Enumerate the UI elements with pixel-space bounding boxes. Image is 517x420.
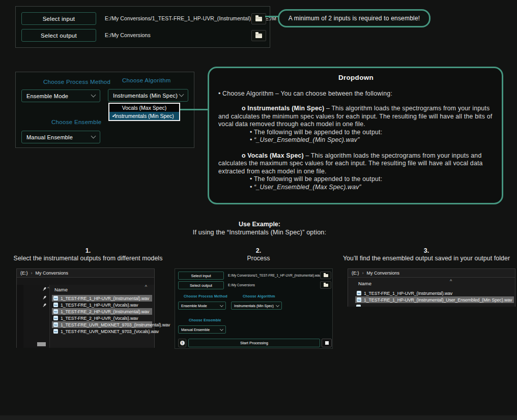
- info-button[interactable]: !: [178, 339, 186, 347]
- algorithm-dropdown[interactable]: Instrumentals (Min Spec): [231, 302, 282, 310]
- chevron-down-icon: [220, 303, 223, 307]
- select-input-button[interactable]: Select input: [178, 272, 224, 280]
- explorer-body: Name ^ 1_TEST-FRE_1_HP-UVR_(Instrumental…: [348, 278, 515, 307]
- pin-icon[interactable]: [41, 302, 47, 308]
- name-column-header[interactable]: Name: [358, 281, 371, 286]
- explorer-body: ^ Name ^ 1_TEST-FRE_1_HP-UVR_(Instrument…: [17, 285, 154, 348]
- audio-file-icon: [53, 309, 58, 314]
- chevron-down-icon: [91, 134, 96, 139]
- output-note: • The following will be appended to the …: [250, 175, 494, 184]
- breadcrumb-drive[interactable]: (E:): [352, 271, 359, 276]
- use-example-title: Use Example:: [142, 221, 377, 228]
- dropdown-option[interactable]: Vocals (Max Spec): [109, 104, 179, 112]
- tutorial-page: Select input E:/My Conversions/1_TEST-FR…: [0, 0, 517, 420]
- breadcrumb-separator-icon: ›: [362, 271, 364, 276]
- browse-output-button[interactable]: [320, 281, 331, 289]
- file-row[interactable]: 1_TEST-FRE_UVR_MDXNET_9703_(Vocals).wav: [52, 328, 152, 335]
- output-path-text: E:/My Conversions: [228, 283, 255, 287]
- step-caption: Process: [193, 255, 324, 262]
- algorithm-dropdown[interactable]: Instrumentals (Min Spec): [108, 89, 188, 102]
- sidebar-caret: ^: [47, 286, 49, 290]
- file-row[interactable]: 1_TEST-FRE_1_HP-UVR_(Vocals).wav: [52, 302, 152, 308]
- step-caption: Select the instrumental outputs from dif…: [0, 255, 176, 262]
- sort-caret-icon[interactable]: ^: [145, 284, 147, 289]
- infobox-intro: • Choose Algorithm – You can choose betw…: [218, 90, 494, 97]
- file-rows: 1_TEST-FRE_1_HP-UVR_(Instrumental).wav 1…: [348, 290, 515, 303]
- ensemble-label: Choose Ensemble: [189, 318, 221, 322]
- step-number: 2.: [193, 247, 324, 254]
- callout-text: A minimum of 2 inputs is required to ens…: [289, 15, 420, 22]
- input-path-text: E:/My Conversions/1_TEST-FRE_1_HP-UVR_(I…: [228, 274, 329, 277]
- breadcrumb-drive[interactable]: (E:): [20, 271, 28, 276]
- input-path-text: E:/My Conversions/1_TEST-FRE_1_HP-UVR_(I…: [105, 15, 276, 21]
- chevron-down-icon: [276, 303, 279, 307]
- algorithm-label: Choose Algorithm: [243, 294, 275, 298]
- algorithm-description: o Instrumentals (Min Spec) – This algori…: [218, 105, 494, 144]
- audio-file-icon: [53, 322, 58, 327]
- file-name: 1_TEST-FRE_1_HP-UVR_(Instrumental).wav: [364, 291, 452, 296]
- file-rows: 1_TEST-FRE_1_HP-UVR_(Instrumental).wav 1…: [50, 295, 154, 335]
- browse-input-button[interactable]: [320, 272, 331, 279]
- file-list-area: Name ^ 1_TEST-FRE_1_HP-UVR_(Instrumental…: [50, 285, 154, 348]
- file-name: 1_TEST-FRE_UVR_MDXNET_9703_(Instrumental…: [61, 322, 170, 327]
- infobox-connector-line: [179, 109, 208, 110]
- algorithm-dropdown-open-list: Vocals (Max Spec) ✔ Instrumentals (Min S…: [108, 103, 180, 121]
- algorithm-name: o Instrumentals (Min Spec): [242, 105, 324, 112]
- start-processing-button[interactable]: Start Processing: [188, 339, 320, 347]
- select-output-button[interactable]: Select output: [21, 29, 96, 42]
- sort-caret-icon[interactable]: ^: [450, 279, 452, 284]
- process-method-dropdown[interactable]: Ensemble Mode: [178, 302, 226, 310]
- breadcrumb-folder[interactable]: My Conversions: [367, 271, 400, 276]
- scrollbar-thumb[interactable]: [37, 342, 46, 346]
- name-column-header[interactable]: Name: [54, 287, 68, 292]
- file-explorer-output: (E:) › My Conversions Name ^ 1_TEST-FRE_…: [348, 268, 515, 307]
- ensemble-dropdown[interactable]: Manual Ensemble: [178, 325, 226, 334]
- process-method-dropdown[interactable]: Ensemble Mode: [21, 89, 100, 102]
- output-suffix: • “_User_Ensembled_(Min Spec).wav”: [250, 136, 494, 144]
- step-number: 3.: [336, 247, 517, 254]
- ensemble-dropdown[interactable]: Manual Ensemble: [21, 131, 100, 143]
- breadcrumb-separator-icon: ›: [31, 271, 33, 276]
- uvr-process-panel: Select input E:/My Conversions/1_TEST-FR…: [175, 268, 333, 349]
- file-name: 1_TEST-FRE_2_HP-UVR_(Vocals).wav: [61, 316, 138, 321]
- dropdown-option-label: Instrumentals (Min Spec): [114, 113, 174, 119]
- ensemble-options-panel: Choose Process Method Ensemble Mode Choo…: [15, 72, 194, 148]
- pin-icon[interactable]: [41, 286, 47, 291]
- file-row[interactable]: 1_TEST-FRE_UVR_MDXNET_9703_(Instrumental…: [52, 321, 152, 328]
- audio-file-icon: [53, 316, 58, 320]
- explorer-sidebar: ^: [17, 285, 50, 348]
- file-explorer-inputs: (E:) › My Conversions ^ Name ^: [16, 268, 155, 348]
- browse-input-button[interactable]: [251, 13, 266, 24]
- step-2-header: 2. Process: [193, 247, 324, 262]
- browse-output-button[interactable]: [251, 30, 266, 41]
- input-output-panel: Select input E:/My Conversions/1_TEST-FR…: [15, 6, 270, 48]
- stop-button[interactable]: [322, 339, 332, 347]
- breadcrumb[interactable]: (E:) › My Conversions: [17, 269, 154, 278]
- file-name: 1_TEST-FRE_1_HP-UVR_(Instrumental)_User_…: [364, 297, 512, 303]
- ensemble-value: Manual Ensemble: [181, 328, 220, 332]
- breadcrumb-folder[interactable]: My Conversions: [36, 271, 69, 276]
- file-name: 1_TEST-FRE_1_HP-UVR_(Instrumental).wav: [61, 296, 149, 301]
- pin-icon[interactable]: [41, 294, 47, 300]
- clipped-next-row: [356, 305, 361, 307]
- breadcrumb[interactable]: (E:) › My Conversions: [348, 269, 515, 278]
- ensemble-value: Manual Ensemble: [26, 134, 92, 140]
- folder-icon: [255, 17, 262, 21]
- file-row[interactable]: 1_TEST-FRE_1_HP-UVR_(Instrumental)_User_…: [355, 296, 514, 303]
- dropdown-option[interactable]: ✔ Instrumentals (Min Spec): [109, 112, 179, 120]
- audio-file-icon: [356, 305, 361, 307]
- file-name: 1_TEST-FRE_2_HP-UVR_(Instrumental).wav: [61, 309, 149, 314]
- folder-icon: [324, 274, 328, 277]
- file-row[interactable]: 1_TEST-FRE_1_HP-UVR_(Instrumental).wav: [355, 290, 514, 296]
- process-method-label: Choose Process Method: [184, 294, 227, 298]
- select-output-button[interactable]: Select output: [178, 281, 224, 289]
- audio-file-icon: [357, 291, 361, 295]
- file-row[interactable]: 1_TEST-FRE_1_HP-UVR_(Instrumental).wav: [52, 295, 152, 302]
- step-caption: You’ll find the ensembled output saved i…: [336, 255, 517, 262]
- folder-icon: [255, 34, 262, 38]
- select-input-button[interactable]: Select input: [21, 12, 96, 25]
- audio-file-icon: [53, 296, 58, 301]
- file-row[interactable]: 1_TEST-FRE_2_HP-UVR_(Instrumental).wav: [52, 308, 152, 315]
- file-row[interactable]: 1_TEST-FRE_2_HP-UVR_(Vocals).wav: [52, 315, 152, 321]
- chevron-down-icon: [220, 327, 223, 331]
